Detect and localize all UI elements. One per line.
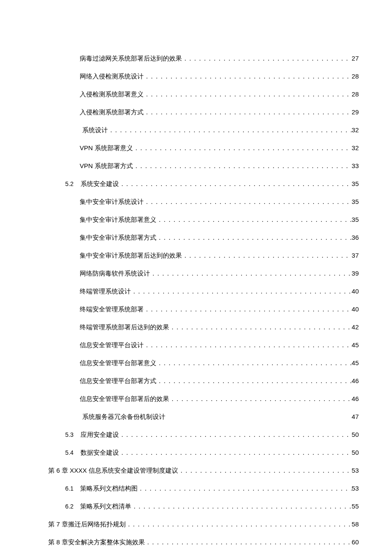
toc-entry-page: 33 [352, 161, 359, 171]
toc-entry-page: 40 [352, 286, 359, 296]
toc-entry: 集中安全审计系统部署方式36 [48, 232, 359, 243]
toc-entry-label: 网络防病毒软件系统设计 [80, 268, 150, 279]
toc-entry-label: 信息安全管理平台部署意义 [80, 358, 156, 368]
toc-entry-number: 6.1 [65, 484, 73, 493]
toc-entry: 终端管理系统设计40 [48, 286, 359, 296]
toc-entry-page: 60 [352, 537, 359, 547]
toc-leader [119, 430, 352, 440]
toc-leader [131, 501, 352, 511]
toc-entry-label: 应用安全建设 [81, 430, 119, 440]
toc-entry: 6.1策略系列文档结构图53 [48, 483, 359, 494]
toc-leader [119, 447, 352, 458]
toc-entry-label: 信息安全管理平台设计 [80, 340, 144, 350]
toc-leader [145, 537, 352, 547]
toc-entry: 第 7 章搬迁后网络拓扑规划58 [48, 519, 359, 529]
toc-entry: 信息安全管理平台部署方式46 [48, 376, 359, 386]
toc-leader [133, 161, 352, 171]
toc-entry-label: 集中安全审计系统设计 [80, 197, 144, 207]
toc-entry-label: 信息安全管理平台部署后的效果 [80, 394, 169, 404]
toc-entry-number: 6.2 [65, 502, 73, 511]
toc-entry: 信息安全管理平台部署意义45 [48, 358, 359, 368]
toc-entry: 终端安全管理系统部署40 [48, 304, 359, 314]
toc-entry: 第 8 章安全解决方案整体实施效果60 [48, 537, 359, 547]
toc-entry-label: 信息安全管理平台部署方式 [80, 376, 156, 386]
toc-entry-page: 27 [352, 53, 359, 64]
toc-entry: 6.2策略系列文档清单55 [48, 501, 359, 511]
toc-entry-label: 系统安全建设 [81, 179, 119, 189]
toc-leader [182, 53, 352, 64]
toc-entry-label: 第 7 章搬迁后网络拓扑规划 [48, 519, 126, 529]
toc-entry-label: 入侵检测系统部署意义 [80, 89, 144, 99]
toc-entry-number: 5.2 [65, 179, 73, 189]
toc-entry-page: 50 [352, 430, 359, 440]
toc-entry-label: 策略系列文档清单 [80, 501, 131, 511]
toc-entry: 5.2系统安全建设35 [48, 179, 359, 189]
toc-entry: 病毒过滤网关系统部署后达到的效果27 [48, 53, 359, 64]
toc-entry-label: 系统设计 [82, 125, 108, 135]
toc-entry-page: 32 [352, 143, 359, 153]
toc-entry-label: 入侵检测系统部署方式 [80, 107, 144, 117]
toc-entry-page: 32 [352, 125, 359, 135]
toc-entry-number: 5.3 [65, 430, 73, 439]
toc-entry: 终端管理系统部署后达到的效果42 [48, 322, 359, 332]
toc-entry-page: 28 [352, 71, 359, 81]
toc-entry: 系统服务器冗余备份机制设计47 [48, 412, 359, 422]
toc-entry-page: 46 [352, 394, 359, 404]
toc-entry-label: 终端管理系统部署后达到的效果 [80, 322, 169, 332]
toc-entry-page: 35 [352, 215, 359, 225]
toc-entry-page: 45 [352, 358, 359, 368]
toc-entry-label: 集中安全审计系统部署方式 [80, 232, 156, 243]
toc-leader [156, 376, 352, 386]
toc-entry: 网络入侵检测系统设计28 [48, 71, 359, 81]
toc-leader [119, 179, 352, 189]
toc-entry-label: 集中安全审计系统部署意义 [80, 215, 156, 225]
toc-entry-page: 55 [352, 501, 359, 511]
toc-entry-page: 28 [352, 89, 359, 99]
table-of-contents: 病毒过滤网关系统部署后达到的效果27网络入侵检测系统设计28入侵检测系统部署意义… [48, 53, 359, 555]
toc-entry: 5.4数据安全建设50 [48, 447, 359, 458]
toc-entry-label: VPN 系统部署意义 [80, 143, 133, 153]
toc-entry: 入侵检测系统部署意义28 [48, 89, 359, 99]
toc-leader [133, 143, 352, 153]
toc-entry-label: 第 8 章安全解决方案整体实施效果 [48, 537, 145, 547]
toc-entry-number: 5.4 [65, 448, 73, 457]
toc-entry: VPN 系统部署意义32 [48, 143, 359, 153]
toc-entry-page: 35 [352, 179, 359, 189]
toc-entry-label: 系统服务器冗余备份机制设计 [82, 412, 165, 422]
toc-entry-page: 36 [352, 232, 359, 243]
toc-entry-page: 37 [352, 250, 359, 261]
toc-leader [144, 304, 352, 314]
toc-leader [182, 250, 352, 261]
toc-entry: 信息安全管理平台设计45 [48, 340, 359, 350]
toc-leader [178, 465, 352, 476]
toc-leader [144, 197, 352, 207]
toc-leader [144, 107, 352, 117]
toc-entry-page: 40 [352, 304, 359, 314]
toc-entry: 5.3应用安全建设50 [48, 430, 359, 440]
toc-entry-page: 53 [352, 483, 359, 494]
toc-entry: 信息安全管理平台部署后的效果46 [48, 394, 359, 404]
toc-entry-label: 终端安全管理系统部署 [80, 304, 144, 314]
toc-entry: 集中安全审计系统部署意义35 [48, 215, 359, 225]
toc-entry-page: 42 [352, 322, 359, 332]
toc-entry-page: 45 [352, 340, 359, 350]
toc-leader [156, 215, 352, 225]
toc-entry-label: 网络入侵检测系统设计 [80, 71, 144, 81]
toc-entry-label: 终端管理系统设计 [80, 286, 131, 296]
toc-leader [144, 89, 352, 99]
toc-entry-label: 策略系列文档结构图 [80, 483, 138, 494]
toc-entry-page: 50 [352, 447, 359, 458]
toc-entry-page: 58 [352, 519, 359, 529]
toc-entry-page: 53 [352, 465, 359, 476]
toc-entry: 集中安全审计系统设计35 [48, 197, 359, 207]
toc-entry: 集中安全审计系统部署后达到的效果37 [48, 250, 359, 261]
toc-leader [138, 483, 352, 494]
toc-leader [150, 268, 352, 279]
toc-entry-page: 29 [352, 107, 359, 117]
toc-entry: 网络防病毒软件系统设计39 [48, 268, 359, 279]
toc-entry-page: 35 [352, 197, 359, 207]
toc-leader [156, 232, 352, 243]
toc-entry-label: 数据安全建设 [81, 447, 119, 458]
toc-entry-page: 39 [352, 268, 359, 279]
toc-entry-label: 第 6 章 XXXX 信息系统安全建设管理制度建议 [48, 465, 178, 476]
